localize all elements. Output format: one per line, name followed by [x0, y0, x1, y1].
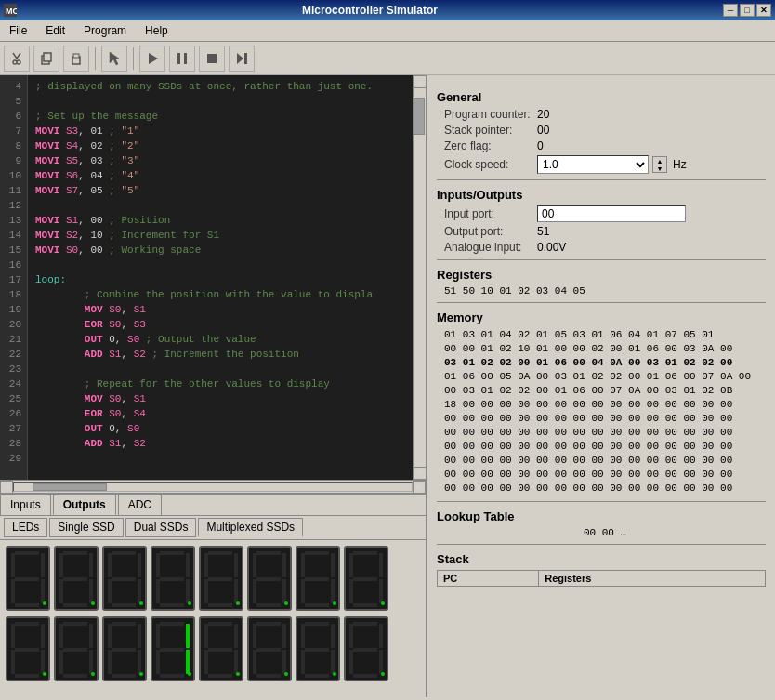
stack-section-title: Stack — [437, 552, 766, 566]
vertical-scrollbar[interactable]: ▲ ▼ — [413, 75, 426, 480]
svg-rect-5 — [73, 54, 79, 58]
clock-speed-spinner[interactable]: ▲ ▼ — [652, 156, 667, 173]
stack-pointer-label: Stack pointer: — [444, 124, 537, 137]
ssd-digit — [199, 546, 243, 611]
output-port-label: Output port: — [444, 225, 537, 238]
svg-marker-11 — [237, 53, 243, 64]
program-counter-value: 20 — [537, 108, 549, 121]
cut-button[interactable] — [4, 46, 30, 72]
minimize-button[interactable]: ─ — [723, 4, 738, 17]
maximize-button[interactable]: □ — [740, 4, 755, 17]
svg-rect-12 — [244, 53, 247, 64]
menu-program[interactable]: Program — [78, 22, 132, 39]
paste-button[interactable] — [63, 46, 89, 72]
scroll-thumb[interactable] — [414, 98, 425, 135]
subtab-dual-ssds[interactable]: Dual SSDs — [125, 518, 197, 537]
ssd-row-1 — [6, 546, 420, 611]
program-counter-row: Program counter: 20 — [437, 108, 766, 121]
svg-rect-10 — [207, 54, 217, 63]
ssd-digit — [344, 616, 388, 681]
scroll-track[interactable] — [414, 88, 427, 467]
input-port-field[interactable] — [537, 205, 686, 222]
memory-block: 01 03 01 04 02 01 05 03 01 06 04 01 07 0… — [437, 328, 766, 495]
ssd-digit — [296, 546, 340, 611]
right-panel: General Program counter: 20 Stack pointe… — [427, 75, 775, 697]
general-section-title: General — [437, 90, 766, 104]
svg-rect-3 — [44, 53, 51, 61]
ssd-digit — [199, 616, 243, 681]
ssd-digit — [54, 546, 99, 611]
divider-5 — [437, 544, 766, 545]
close-button[interactable]: ✕ — [756, 4, 771, 17]
registers-values: 51 50 10 01 02 03 04 05 — [437, 285, 766, 297]
titlebar: MC Microcontroller Simulator ─ □ ✕ — [0, 0, 775, 20]
stop-button[interactable] — [199, 46, 225, 72]
code-content[interactable]: ; displayed on many SSDs at once, rather… — [28, 75, 413, 480]
cursor-button[interactable] — [101, 46, 127, 72]
input-port-label: Input port: — [444, 207, 537, 220]
svg-text:MC: MC — [6, 7, 17, 16]
hscroll-track[interactable] — [13, 482, 413, 492]
toolbar-separator-2 — [133, 47, 134, 70]
scroll-up-arrow[interactable]: ▲ — [414, 75, 427, 88]
step-button[interactable] — [229, 46, 255, 72]
clock-speed-label: Clock speed: — [444, 158, 537, 171]
menu-edit[interactable]: Edit — [40, 22, 71, 39]
horizontal-scrollbar[interactable]: ◀ ▶ — [0, 480, 426, 493]
subtab-leds[interactable]: LEDs — [4, 518, 47, 537]
line-numbers: 4567891011121314151617181920212223242526… — [0, 75, 28, 480]
bottom-panel: Inputs Outputs ADC LEDs Single SSD Dual … — [0, 493, 426, 697]
clock-speed-unit: Hz — [673, 158, 687, 171]
left-panel: 4567891011121314151617181920212223242526… — [0, 75, 427, 697]
clock-speed-row: Clock speed: 1.0 0.5 2.0 5.0 10.0 ▲ ▼ Hz — [437, 155, 766, 174]
input-port-row: Input port: — [437, 205, 766, 222]
ssd-digit — [247, 546, 292, 611]
code-editor[interactable]: 4567891011121314151617181920212223242526… — [0, 75, 426, 493]
hscroll-thumb[interactable] — [33, 483, 107, 491]
tab-row-1: Inputs Outputs ADC — [0, 495, 426, 516]
ssd-row-2 — [6, 616, 420, 681]
hscroll-right-arrow[interactable]: ▶ — [413, 481, 426, 494]
ssd-digit — [151, 546, 195, 611]
clock-speed-select[interactable]: 1.0 0.5 2.0 5.0 10.0 — [537, 155, 649, 174]
hscroll-left-arrow[interactable]: ◀ — [0, 481, 13, 494]
ssd-digit — [151, 616, 195, 681]
menu-file[interactable]: File — [4, 22, 33, 39]
lookup-section-title: Lookup Table — [437, 509, 766, 523]
analogue-input-value: 0.00V — [537, 241, 566, 254]
program-counter-label: Program counter: — [444, 108, 537, 121]
ssd-digit — [344, 546, 388, 611]
analogue-input-row: Analogue input: 0.00V — [437, 241, 766, 254]
svg-marker-6 — [110, 52, 119, 65]
ssd-digit — [247, 616, 292, 681]
divider-4 — [437, 501, 766, 502]
scroll-down-arrow[interactable]: ▼ — [414, 467, 427, 480]
stack-pointer-row: Stack pointer: 00 — [437, 124, 766, 137]
divider-1 — [437, 179, 766, 180]
tab-row-2: LEDs Single SSD Dual SSDs Multiplexed SS… — [0, 516, 426, 540]
output-port-value: 51 — [537, 225, 549, 238]
ssd-digit — [6, 546, 50, 611]
subtab-single-ssd[interactable]: Single SSD — [49, 518, 123, 537]
tab-outputs[interactable]: Outputs — [53, 495, 116, 515]
run-button[interactable] — [139, 46, 165, 72]
clock-speed-up[interactable]: ▲ — [653, 157, 666, 165]
ssd-display-area — [0, 540, 426, 697]
menu-help[interactable]: Help — [139, 22, 174, 39]
tab-adc[interactable]: ADC — [118, 495, 162, 515]
subtab-multiplexed-ssds[interactable]: Multiplexed SSDs — [198, 518, 303, 537]
ssd-digit — [102, 546, 147, 611]
lookup-values: 00 00 … — [437, 527, 766, 538]
copy-button[interactable] — [33, 46, 59, 72]
clock-speed-down[interactable]: ▼ — [653, 165, 666, 172]
stack-col-registers: Registers — [539, 571, 766, 587]
pause-button[interactable] — [169, 46, 195, 72]
tab-inputs[interactable]: Inputs — [0, 495, 51, 515]
ssd-digit — [54, 616, 99, 681]
code-scroll: 4567891011121314151617181920212223242526… — [0, 75, 426, 480]
output-port-row: Output port: 51 — [437, 225, 766, 238]
zero-flag-value: 0 — [537, 139, 544, 152]
svg-marker-7 — [149, 53, 158, 64]
zero-flag-row: Zero flag: 0 — [437, 139, 766, 152]
svg-rect-9 — [184, 53, 187, 64]
